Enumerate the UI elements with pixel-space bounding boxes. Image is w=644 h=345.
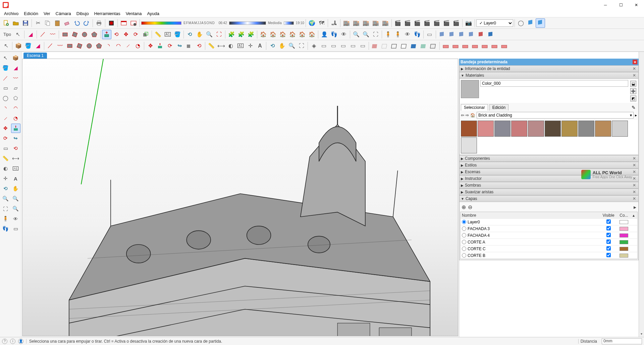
animation-settings[interactable]: 🎬 bbox=[451, 18, 461, 28]
layer-dropdown[interactable]: ✓ Layer0 bbox=[476, 19, 513, 27]
style-wireframe[interactable] bbox=[390, 41, 399, 51]
modeling-canvas[interactable] bbox=[22, 59, 458, 336]
paint-bucket[interactable]: 🪣 bbox=[23, 41, 33, 51]
material-swatch[interactable] bbox=[561, 121, 578, 137]
distance-input[interactable]: 0mm bbox=[602, 338, 642, 344]
solid-tools-4[interactable] bbox=[467, 30, 476, 39]
layer-add-icon[interactable]: ⊕ bbox=[462, 204, 466, 210]
animation-delete-scene[interactable]: 🎬 bbox=[413, 18, 422, 28]
lt-line[interactable]: ／ bbox=[1, 73, 10, 83]
layers-sort-icon[interactable]: ▴ bbox=[631, 213, 636, 218]
copy-button[interactable] bbox=[43, 18, 52, 28]
view-back[interactable]: ▭ bbox=[348, 41, 358, 51]
lt-arc-3pt[interactable]: ⟋ bbox=[1, 114, 10, 123]
zoom-extents-2[interactable]: ⛶ bbox=[297, 41, 306, 51]
make-component[interactable]: 📦 bbox=[14, 41, 23, 51]
animation-update-scene[interactable]: 🎬 bbox=[403, 18, 412, 28]
sandbox-4[interactable] bbox=[470, 41, 480, 51]
instructor-close[interactable]: ✕ bbox=[632, 176, 637, 181]
scale-2[interactable] bbox=[184, 41, 194, 51]
rectangle-tool[interactable] bbox=[60, 30, 70, 39]
lt-walk[interactable]: 👣 bbox=[1, 224, 10, 233]
panel-components[interactable]: ▶Componentes✕ bbox=[459, 155, 639, 162]
dynamic-component-interact[interactable]: 🧩 bbox=[227, 30, 236, 39]
menu-edicion[interactable]: Edición bbox=[21, 10, 41, 17]
find-zoom-tool[interactable]: 🔍 bbox=[352, 30, 361, 39]
follow-me[interactable]: ↬ bbox=[175, 41, 184, 51]
lt-zoom-window[interactable]: 🔍 bbox=[11, 194, 20, 203]
cut-button[interactable]: ✂ bbox=[33, 18, 43, 28]
lt-text[interactable]: A1 bbox=[11, 164, 20, 173]
sandbox-3[interactable] bbox=[461, 41, 470, 51]
layer-active-radio[interactable] bbox=[462, 220, 466, 224]
geo-toggle-button[interactable]: 🗺 bbox=[317, 18, 326, 28]
tape-2[interactable]: 📏 bbox=[207, 41, 216, 51]
lt-circle[interactable]: ◯ bbox=[1, 93, 10, 103]
lt-look-around[interactable]: 👁 bbox=[11, 214, 20, 223]
style-xray[interactable] bbox=[370, 41, 380, 51]
camera-walk-tool[interactable]: 👣 bbox=[329, 30, 339, 39]
sandbox-6[interactable] bbox=[490, 41, 499, 51]
layer-color-chip[interactable] bbox=[620, 254, 628, 258]
line-tool[interactable]: ／ bbox=[38, 30, 48, 39]
zoom-tool[interactable]: 🔍 bbox=[205, 30, 214, 39]
components-close[interactable]: ✕ bbox=[632, 156, 637, 161]
move-2[interactable]: ✥ bbox=[146, 41, 155, 51]
orbit-2[interactable]: ⟲ bbox=[268, 41, 277, 51]
camera-position-tool[interactable]: 👤 bbox=[320, 30, 329, 39]
rot-rect-2[interactable] bbox=[75, 41, 84, 51]
axes-tool[interactable]: ✛ bbox=[246, 41, 255, 51]
window-maximize-button[interactable]: ☐ bbox=[613, 0, 629, 10]
entity-info-close[interactable]: ✕ bbox=[632, 66, 637, 71]
layer-active-radio[interactable] bbox=[462, 247, 466, 251]
eraser-2[interactable]: ◢ bbox=[33, 41, 43, 51]
tray-titlebar[interactable]: Bandeja predeterminada ✕ bbox=[459, 59, 639, 65]
material-swatch[interactable] bbox=[545, 121, 561, 137]
zoom-2[interactable]: 🔍 bbox=[287, 41, 297, 51]
layer-color-chip[interactable] bbox=[620, 247, 628, 251]
layer-row[interactable]: Layer0 bbox=[461, 219, 637, 225]
erase-button[interactable] bbox=[62, 18, 72, 28]
warehouse-3d-button[interactable]: 🏬 bbox=[371, 18, 380, 28]
dynamic-component-attributes[interactable]: 🧩 bbox=[246, 30, 256, 39]
new-file-button[interactable] bbox=[1, 18, 11, 28]
layer-visible-checkbox[interactable] bbox=[606, 226, 611, 230]
footprints-tool[interactable]: 👣 bbox=[413, 30, 422, 39]
display-secondary-icon[interactable]: ⬓ bbox=[630, 81, 636, 87]
lt-offset[interactable]: ⟲ bbox=[11, 144, 20, 153]
lt-eraser[interactable]: ◢ bbox=[11, 63, 20, 73]
layer-visible-checkbox[interactable] bbox=[606, 233, 611, 237]
lt-rect[interactable]: ▭ bbox=[1, 83, 10, 93]
lt-freehand[interactable]: 〰 bbox=[11, 73, 20, 83]
window-minimize-button[interactable]: ─ bbox=[598, 0, 613, 10]
layer-visible-checkbox[interactable] bbox=[606, 253, 611, 257]
advanced-camera-button[interactable]: 📷 bbox=[464, 18, 473, 28]
polygon-2[interactable] bbox=[94, 41, 104, 51]
material-swatch[interactable] bbox=[494, 121, 511, 137]
lt-section[interactable]: ▭ bbox=[11, 224, 20, 233]
panel-soften[interactable]: ▶Suavizar aristas✕ bbox=[459, 189, 639, 195]
shadow-date-control[interactable]: EFMAMJJASOND bbox=[141, 21, 215, 25]
lt-pan[interactable]: ✋ bbox=[11, 184, 20, 193]
layer-active-radio[interactable] bbox=[462, 253, 466, 258]
lt-rot-rect[interactable]: ▱ bbox=[11, 83, 20, 93]
freehand-2[interactable]: 〰 bbox=[55, 41, 65, 51]
3d-text-tool[interactable]: A bbox=[255, 41, 265, 51]
section-a[interactable]: ▭ bbox=[425, 30, 434, 39]
layer-row[interactable]: CORTE C bbox=[461, 246, 637, 252]
solid-intersect[interactable] bbox=[526, 18, 535, 28]
scroll-down-icon[interactable]: ▾ bbox=[641, 332, 642, 336]
lt-orbit[interactable]: ⟲ bbox=[1, 184, 10, 193]
lt-followme[interactable]: ↬ bbox=[11, 134, 20, 143]
layer-active-radio[interactable] bbox=[462, 226, 466, 231]
text-tool[interactable]: A1 bbox=[163, 30, 172, 39]
lt-scale[interactable]: ▭ bbox=[1, 144, 10, 153]
geo-location-button[interactable]: 🌍 bbox=[307, 18, 317, 28]
menu-camara[interactable]: Cámara bbox=[53, 10, 74, 17]
lt-pushpull[interactable] bbox=[11, 124, 20, 133]
animation-add-scene[interactable]: 🎬 bbox=[393, 18, 402, 28]
style-hidden[interactable] bbox=[399, 41, 409, 51]
menu-archivo[interactable]: Archivo bbox=[1, 10, 21, 17]
layer-row[interactable]: CORTE A bbox=[461, 239, 637, 246]
view-iso[interactable]: ◈ bbox=[309, 41, 319, 51]
